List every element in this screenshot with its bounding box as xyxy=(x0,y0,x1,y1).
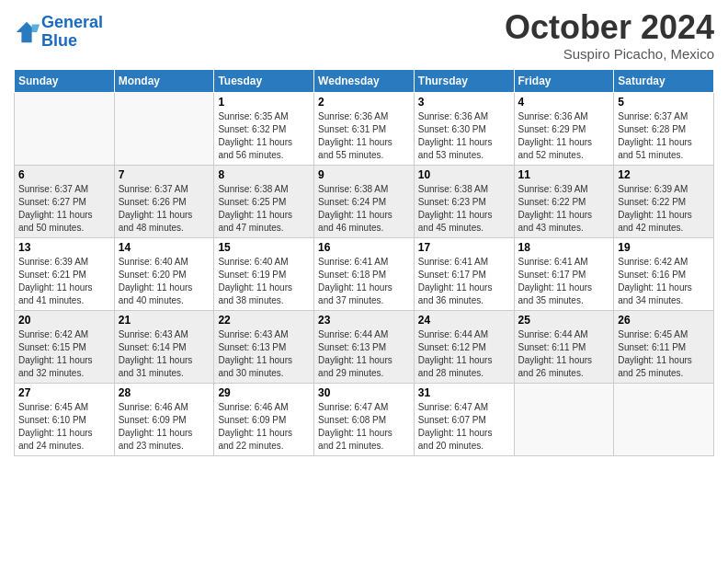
calendar-cell: 22Sunrise: 6:43 AMSunset: 6:13 PMDayligh… xyxy=(214,310,314,383)
day-number: 18 xyxy=(518,241,610,254)
day-number: 11 xyxy=(518,168,610,181)
week-row-5: 27Sunrise: 6:45 AMSunset: 6:10 PMDayligh… xyxy=(15,383,714,455)
day-number: 3 xyxy=(418,96,510,109)
day-info: Sunrise: 6:43 AMSunset: 6:13 PMDaylight:… xyxy=(218,328,310,380)
day-info: Sunrise: 6:44 AMSunset: 6:13 PMDaylight:… xyxy=(318,328,410,380)
weekday-tuesday: Tuesday xyxy=(214,69,314,92)
calendar-cell: 30Sunrise: 6:47 AMSunset: 6:08 PMDayligh… xyxy=(314,383,415,455)
day-info: Sunrise: 6:39 AMSunset: 6:22 PMDaylight:… xyxy=(518,183,610,235)
day-number: 23 xyxy=(318,314,410,327)
day-info: Sunrise: 6:45 AMSunset: 6:10 PMDaylight:… xyxy=(18,401,110,453)
calendar-cell: 4Sunrise: 6:36 AMSunset: 6:29 PMDaylight… xyxy=(514,92,614,165)
day-info: Sunrise: 6:36 AMSunset: 6:30 PMDaylight:… xyxy=(418,110,510,162)
calendar-cell: 13Sunrise: 6:39 AMSunset: 6:21 PMDayligh… xyxy=(15,237,115,310)
day-info: Sunrise: 6:40 AMSunset: 6:20 PMDaylight:… xyxy=(119,256,210,307)
calendar-cell: 3Sunrise: 6:36 AMSunset: 6:30 PMDaylight… xyxy=(414,92,514,165)
day-number: 19 xyxy=(618,241,710,254)
calendar-cell: 7Sunrise: 6:37 AMSunset: 6:26 PMDaylight… xyxy=(114,165,214,237)
calendar-cell: 1Sunrise: 6:35 AMSunset: 6:32 PMDaylight… xyxy=(214,92,314,165)
calendar-cell xyxy=(514,383,614,455)
day-number: 5 xyxy=(618,96,710,109)
calendar-cell xyxy=(114,92,214,165)
page: General Blue October 2024 Suspiro Picach… xyxy=(0,0,728,563)
day-number: 30 xyxy=(318,386,410,399)
day-number: 31 xyxy=(418,386,510,399)
location: Suspiro Picacho, Mexico xyxy=(505,46,714,62)
calendar-cell xyxy=(15,92,115,165)
day-info: Sunrise: 6:46 AMSunset: 6:09 PMDaylight:… xyxy=(218,401,310,453)
day-info: Sunrise: 6:42 AMSunset: 6:16 PMDaylight:… xyxy=(618,256,710,307)
calendar-cell: 5Sunrise: 6:37 AMSunset: 6:28 PMDaylight… xyxy=(614,92,714,165)
day-info: Sunrise: 6:41 AMSunset: 6:18 PMDaylight:… xyxy=(318,256,410,307)
logo-icon xyxy=(14,19,40,45)
calendar-cell: 10Sunrise: 6:38 AMSunset: 6:23 PMDayligh… xyxy=(414,165,514,237)
day-number: 29 xyxy=(218,386,310,399)
calendar-cell: 18Sunrise: 6:41 AMSunset: 6:17 PMDayligh… xyxy=(514,237,614,310)
day-number: 2 xyxy=(318,96,410,109)
day-number: 10 xyxy=(418,168,510,181)
day-number: 14 xyxy=(119,241,210,254)
day-info: Sunrise: 6:46 AMSunset: 6:09 PMDaylight:… xyxy=(119,401,210,453)
weekday-header-row: SundayMondayTuesdayWednesdayThursdayFrid… xyxy=(15,69,714,92)
day-number: 20 xyxy=(18,314,110,327)
logo: General Blue xyxy=(14,14,103,51)
day-info: Sunrise: 6:38 AMSunset: 6:23 PMDaylight:… xyxy=(418,183,510,235)
calendar-cell: 6Sunrise: 6:37 AMSunset: 6:27 PMDaylight… xyxy=(15,165,115,237)
day-number: 25 xyxy=(518,314,610,327)
calendar-cell: 21Sunrise: 6:43 AMSunset: 6:14 PMDayligh… xyxy=(114,310,214,383)
calendar-cell: 28Sunrise: 6:46 AMSunset: 6:09 PMDayligh… xyxy=(114,383,214,455)
day-info: Sunrise: 6:37 AMSunset: 6:28 PMDaylight:… xyxy=(618,110,710,162)
day-number: 7 xyxy=(119,168,210,181)
svg-marker-1 xyxy=(32,24,40,31)
weekday-sunday: Sunday xyxy=(15,69,115,92)
logo-text: General Blue xyxy=(41,14,103,51)
calendar-cell: 16Sunrise: 6:41 AMSunset: 6:18 PMDayligh… xyxy=(314,237,415,310)
title-block: October 2024 Suspiro Picacho, Mexico xyxy=(505,9,714,62)
day-info: Sunrise: 6:43 AMSunset: 6:14 PMDaylight:… xyxy=(119,328,210,380)
day-info: Sunrise: 6:38 AMSunset: 6:25 PMDaylight:… xyxy=(218,183,310,235)
day-info: Sunrise: 6:38 AMSunset: 6:24 PMDaylight:… xyxy=(318,183,410,235)
calendar-cell: 26Sunrise: 6:45 AMSunset: 6:11 PMDayligh… xyxy=(614,310,714,383)
calendar-cell: 14Sunrise: 6:40 AMSunset: 6:20 PMDayligh… xyxy=(114,237,214,310)
day-info: Sunrise: 6:45 AMSunset: 6:11 PMDaylight:… xyxy=(618,328,710,380)
day-number: 17 xyxy=(418,241,510,254)
week-row-1: 1Sunrise: 6:35 AMSunset: 6:32 PMDaylight… xyxy=(15,92,714,165)
day-number: 8 xyxy=(218,168,310,181)
calendar-cell: 9Sunrise: 6:38 AMSunset: 6:24 PMDaylight… xyxy=(314,165,415,237)
calendar-cell: 27Sunrise: 6:45 AMSunset: 6:10 PMDayligh… xyxy=(15,383,115,455)
weekday-wednesday: Wednesday xyxy=(314,69,415,92)
day-info: Sunrise: 6:47 AMSunset: 6:08 PMDaylight:… xyxy=(318,401,410,453)
day-number: 21 xyxy=(119,314,210,327)
day-number: 13 xyxy=(18,241,110,254)
calendar-cell: 20Sunrise: 6:42 AMSunset: 6:15 PMDayligh… xyxy=(15,310,115,383)
header: General Blue October 2024 Suspiro Picach… xyxy=(14,9,714,62)
calendar-cell: 12Sunrise: 6:39 AMSunset: 6:22 PMDayligh… xyxy=(614,165,714,237)
day-number: 6 xyxy=(18,168,110,181)
calendar: SundayMondayTuesdayWednesdayThursdayFrid… xyxy=(14,69,714,456)
calendar-cell: 24Sunrise: 6:44 AMSunset: 6:12 PMDayligh… xyxy=(414,310,514,383)
day-info: Sunrise: 6:36 AMSunset: 6:29 PMDaylight:… xyxy=(518,110,610,162)
day-number: 24 xyxy=(418,314,510,327)
day-number: 9 xyxy=(318,168,410,181)
day-number: 4 xyxy=(518,96,610,109)
weekday-monday: Monday xyxy=(114,69,214,92)
day-number: 26 xyxy=(618,314,710,327)
calendar-cell: 29Sunrise: 6:46 AMSunset: 6:09 PMDayligh… xyxy=(214,383,314,455)
day-info: Sunrise: 6:39 AMSunset: 6:22 PMDaylight:… xyxy=(618,183,710,235)
day-info: Sunrise: 6:36 AMSunset: 6:31 PMDaylight:… xyxy=(318,110,410,162)
calendar-cell: 19Sunrise: 6:42 AMSunset: 6:16 PMDayligh… xyxy=(614,237,714,310)
calendar-cell: 2Sunrise: 6:36 AMSunset: 6:31 PMDaylight… xyxy=(314,92,415,165)
weekday-saturday: Saturday xyxy=(614,69,714,92)
calendar-cell: 23Sunrise: 6:44 AMSunset: 6:13 PMDayligh… xyxy=(314,310,415,383)
calendar-cell: 11Sunrise: 6:39 AMSunset: 6:22 PMDayligh… xyxy=(514,165,614,237)
day-number: 16 xyxy=(318,241,410,254)
day-info: Sunrise: 6:42 AMSunset: 6:15 PMDaylight:… xyxy=(18,328,110,380)
day-info: Sunrise: 6:41 AMSunset: 6:17 PMDaylight:… xyxy=(518,256,610,307)
week-row-2: 6Sunrise: 6:37 AMSunset: 6:27 PMDaylight… xyxy=(15,165,714,237)
week-row-4: 20Sunrise: 6:42 AMSunset: 6:15 PMDayligh… xyxy=(15,310,714,383)
week-row-3: 13Sunrise: 6:39 AMSunset: 6:21 PMDayligh… xyxy=(15,237,714,310)
day-info: Sunrise: 6:35 AMSunset: 6:32 PMDaylight:… xyxy=(218,110,310,162)
day-number: 27 xyxy=(18,386,110,399)
day-number: 1 xyxy=(218,96,310,109)
day-number: 22 xyxy=(218,314,310,327)
